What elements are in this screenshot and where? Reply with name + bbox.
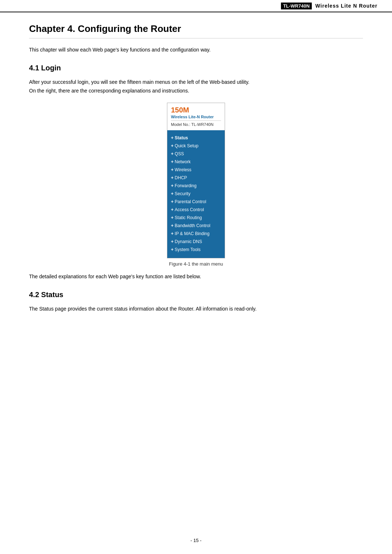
router-model-no: Model No.: TL-WR740N [171, 120, 221, 127]
menu-item-status: Status [171, 134, 221, 142]
router-menu-header: 150M Wireless Lite-N Router Model No.: T… [167, 103, 225, 130]
page-number: - 15 - [191, 538, 201, 543]
chapter-intro: This chapter will show each Web page's k… [29, 46, 363, 54]
menu-item-static-routing: Static Routing [171, 214, 221, 222]
header-model-code: TL-WR740N [281, 3, 312, 9]
menu-item-system-tools: System Tools [171, 246, 221, 254]
menu-item-network: Network [171, 158, 221, 166]
section-42-title: 4.2 Status [29, 291, 363, 299]
menu-item-ip-mac-binding: IP & MAC Binding [171, 230, 221, 238]
menu-item-access-control: Access Control [171, 206, 221, 214]
section-41-title: 4.1 Login [29, 64, 363, 72]
router-brand-sub: Wireless Lite-N Router [171, 115, 221, 119]
menu-item-parental-control: Parental Control [171, 198, 221, 206]
after-figure-text: The detailed explanations for each Web p… [29, 272, 363, 280]
menu-item-dynamic-dns: Dynamic DNS [171, 238, 221, 246]
menu-item-bandwidth-control: Bandwidth Control [171, 222, 221, 230]
menu-item-wireless: Wireless [171, 166, 221, 174]
router-menu-box: 150M Wireless Lite-N Router Model No.: T… [167, 103, 225, 258]
menu-item-quick-setup: Quick Setup [171, 142, 221, 150]
section-41-text1: After your successful login, you will se… [29, 78, 363, 95]
main-content: Chapter 4. Configuring the Router This c… [0, 12, 392, 328]
chapter-title: Chapter 4. Configuring the Router [29, 23, 363, 38]
header-bar: TL-WR740N Wireless Lite N Router [0, 0, 392, 12]
menu-item-security: Security [171, 190, 221, 198]
router-brand: 150M [171, 106, 221, 114]
menu-item-dhcp: DHCP [171, 174, 221, 182]
header-model-desc: Wireless Lite N Router [315, 3, 377, 9]
section-42-text: The Status page provides the current sta… [29, 305, 363, 313]
page-footer: - 15 - [0, 538, 392, 543]
figure-caption: Figure 4-1 the main menu [169, 261, 223, 267]
menu-item-forwarding: Forwarding [171, 182, 221, 190]
router-menu-image: 150M Wireless Lite-N Router Model No.: T… [29, 103, 363, 267]
page-container: TL-WR740N Wireless Lite N Router Chapter… [0, 0, 392, 554]
router-menu-list: Status Quick Setup QSS Network Wireless … [167, 132, 225, 255]
header-model: TL-WR740N Wireless Lite N Router [281, 3, 377, 9]
menu-item-qss: QSS [171, 150, 221, 158]
